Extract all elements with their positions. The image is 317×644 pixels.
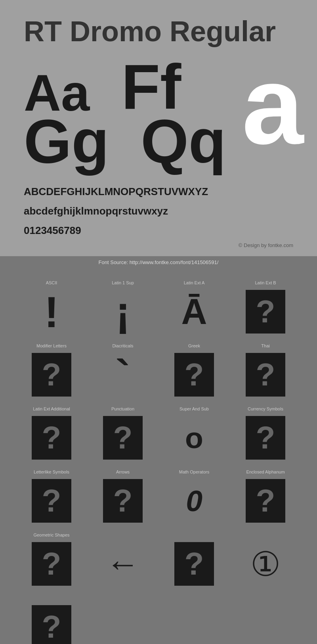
cell-last: ? — [16, 592, 87, 644]
cell-ascii: ASCII ! — [16, 276, 87, 339]
label-super-and-sub: Super And Sub — [180, 406, 209, 413]
glyph-backtick: ` — [116, 350, 130, 400]
glyph-box-thai: ? — [246, 353, 285, 397]
glyph-large-a: a — [242, 55, 304, 155]
glyph-box-modifier-letters: ? — [32, 353, 71, 397]
cell-thai: Thai ? — [230, 339, 301, 402]
question-mark-geometric: ? — [42, 548, 61, 580]
question-mark-letterlike: ? — [42, 485, 61, 517]
cell-latin-ext-b: Latin Ext B ? — [230, 276, 301, 339]
label-ascii: ASCII — [46, 280, 57, 287]
cell-currency-symbols: Currency Symbols ? — [230, 402, 301, 466]
uppercase-charset: ABCDEFGHIJKLMNOPQRSTUVWXYZ — [24, 184, 293, 199]
question-mark-enclosed: ? — [256, 485, 275, 517]
cell-letterlike-symbols: Letterlike Symbols ? — [16, 466, 87, 529]
glyphs-grid: ASCII ! Latin 1 Sup ¡ Latin Ext A Ā Lati… — [16, 276, 301, 644]
source-bar: Font Source: http://www.fontke.com/font/… — [0, 256, 317, 268]
cell-arrows: Arrows ? — [87, 466, 158, 529]
question-mark-extra: ? — [185, 548, 204, 580]
label-latin-ext-a: Latin Ext A — [184, 280, 205, 287]
question-mark-latin-ext-b: ? — [256, 296, 275, 328]
glyph-pair-gg: Gg — [24, 111, 109, 172]
question-mark-currency: ? — [256, 422, 275, 454]
question-mark-latin-ext-add: ? — [42, 422, 61, 454]
glyph-box-last: ? — [32, 605, 71, 644]
question-mark-greek: ? — [185, 359, 204, 391]
glyph-exclaim: ! — [44, 287, 59, 337]
label-latin-ext-b: Latin Ext B — [255, 280, 276, 287]
glyph-circled-one: ① — [250, 544, 281, 584]
question-mark-last: ? — [42, 611, 61, 643]
label-diacriticals: Diacriticals — [112, 343, 133, 350]
glyph-a-macron: Ā — [181, 291, 207, 332]
copyright-text: © Design by fontke.com — [24, 242, 293, 248]
cell-diacriticals: Diacriticals ` — [87, 339, 158, 402]
cell-super-and-sub: Super And Sub o — [158, 402, 230, 466]
cell-latin-ext-a: Latin Ext A Ā — [158, 276, 230, 339]
cell-math-operators: Math Operators 0 — [158, 466, 230, 529]
label-letterlike-symbols: Letterlike Symbols — [34, 470, 69, 476]
glyph-box-arrows: ? — [103, 479, 143, 523]
cell-arrow-glyph: ← — [87, 529, 158, 592]
glyph-superscript-zero: o — [185, 421, 203, 455]
glyph-math-zero: 0 — [186, 484, 202, 518]
cell-greek: Greek ? — [158, 339, 230, 402]
digits-charset: 0123456789 — [24, 223, 293, 238]
label-latin1sup: Latin 1 Sup — [112, 280, 134, 287]
glyph-box-punctuation: ? — [103, 416, 143, 460]
glyph-box-enclosed-alphanum: ? — [246, 479, 285, 523]
glyph-box-latin-ext-b: ? — [246, 290, 285, 334]
question-mark-thai: ? — [256, 359, 275, 391]
cell-enclosed-alphanum: Enclosed Alphanum ? — [230, 466, 301, 529]
cell-circled-1: ① — [230, 529, 301, 592]
cell-punctuation: Punctuation ? — [87, 402, 158, 466]
question-mark-punctuation: ? — [113, 422, 133, 454]
font-title: RT Dromo Regular — [24, 16, 293, 47]
label-punctuation: Punctuation — [111, 406, 134, 413]
bottom-section: ASCII ! Latin 1 Sup ¡ Latin Ext A Ā Lati… — [0, 268, 317, 644]
top-section: RT Dromo Regular Aa Ff Gg Qq a ABCDEFGHI… — [0, 0, 317, 256]
glyph-left-arrow: ← — [106, 544, 140, 583]
cell-geometric-shapes: Geometric Shapes ? — [16, 529, 87, 592]
glyph-box-currency: ? — [246, 416, 285, 460]
cell-modifier-letters: Modifier Letters ? — [16, 339, 87, 402]
cell-latin-ext-additional: Latin Ext Additional ? — [16, 402, 87, 466]
label-arrows: Arrows — [116, 470, 130, 476]
glyph-box-latin-ext-additional: ? — [32, 416, 71, 460]
glyph-showcase: Aa Ff Gg Qq a — [24, 55, 293, 172]
glyph-box-extra: ? — [174, 542, 214, 586]
cell-latin1sup: Latin 1 Sup ¡ — [87, 276, 158, 339]
question-mark-modifier: ? — [42, 359, 61, 391]
label-currency-symbols: Currency Symbols — [248, 406, 283, 413]
glyph-inv-exclaim: ¡ — [116, 287, 130, 337]
source-text: Font Source: http://www.fontke.com/font/… — [99, 259, 219, 265]
question-mark-arrows: ? — [113, 485, 133, 517]
glyph-box-geometric: ? — [32, 542, 71, 586]
label-thai: Thai — [261, 343, 269, 350]
label-modifier-letters: Modifier Letters — [36, 343, 67, 350]
lowercase-charset: abcdefghijklmnopqrstuvwxyz — [24, 203, 293, 219]
cell-extra-question: ? — [158, 529, 230, 592]
glyph-pair-qq: Qq — [141, 111, 226, 172]
glyph-box-greek: ? — [174, 353, 214, 397]
label-math-operators: Math Operators — [179, 470, 209, 476]
label-latin-ext-additional: Latin Ext Additional — [33, 406, 70, 413]
label-greek: Greek — [188, 343, 200, 350]
glyph-box-letterlike: ? — [32, 479, 71, 523]
label-geometric-shapes: Geometric Shapes — [33, 533, 69, 539]
label-enclosed-alphanum: Enclosed Alphanum — [246, 470, 285, 476]
